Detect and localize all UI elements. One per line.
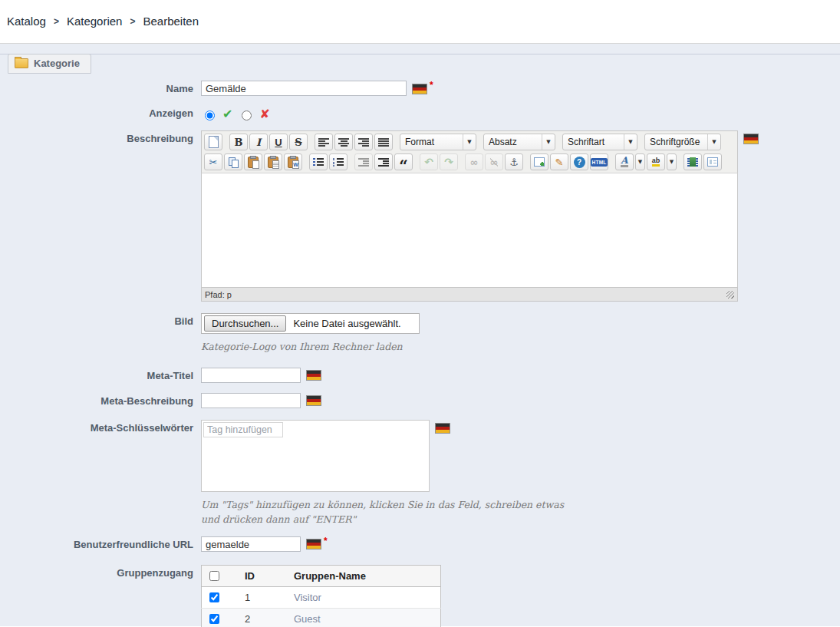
cleanup-button[interactable]: ✎ (550, 153, 568, 170)
paragraph-select[interactable]: Absatz ▼ (483, 134, 555, 150)
insert-media-button[interactable] (684, 153, 702, 170)
breadcrumb-link-katalog[interactable]: Katalog (7, 15, 46, 28)
align-center-button[interactable] (334, 134, 353, 150)
anzeigen-yes-radio[interactable] (205, 111, 215, 120)
group-checkbox-guest[interactable] (209, 614, 219, 624)
gruppenzugang-label: Gruppenzugang (0, 565, 201, 579)
align-right-button[interactable] (354, 134, 373, 150)
unlink-button: ∞ (485, 153, 503, 170)
paste-icon (248, 157, 259, 168)
numbered-list-button[interactable] (329, 153, 348, 170)
no-file-text: Keine Datei ausgewählt. (293, 318, 416, 329)
text-color-icon: A (621, 157, 628, 167)
form-row-anzeigen: Anzeigen ✔ ✘ (0, 105, 840, 121)
breadcrumb: Katalog > Kategorien > Bearbeiten (7, 15, 840, 28)
highlight-color-button[interactable]: ab (647, 153, 665, 170)
align-right-icon (358, 137, 369, 147)
form-row-beschreibung: Beschreibung B I U S (0, 130, 840, 302)
paste-from-word-button[interactable] (284, 153, 302, 170)
new-document-button[interactable] (204, 134, 222, 150)
page-header: Katalog > Kategorien > Bearbeiten (0, 0, 840, 44)
breadcrumb-link-kategorien[interactable]: Kategorien (67, 15, 123, 28)
redo-icon: ↷ (444, 156, 453, 168)
font-family-select[interactable]: Schriftart ▼ (562, 134, 637, 150)
insert-image-button[interactable] (530, 153, 548, 170)
chevron-down-icon: ▼ (707, 134, 720, 150)
paragraph-select-label: Absatz (484, 137, 542, 147)
undo-button: ↶ (420, 153, 438, 170)
anzeigen-no-radio[interactable] (242, 111, 252, 120)
tags-box[interactable] (201, 420, 430, 492)
text-color-dropdown[interactable]: ▼ (635, 153, 645, 170)
browse-button[interactable]: Durchsuchen... (204, 315, 286, 332)
paste-button[interactable] (244, 153, 262, 170)
tab-label: Kategorie (34, 58, 80, 69)
tab-kategorie[interactable]: Kategorie (8, 54, 91, 74)
editor-content[interactable] (201, 173, 738, 287)
url-label: Benutzerfreundliche URL (0, 536, 201, 550)
highlight-color-dropdown[interactable]: ▼ (667, 153, 677, 170)
select-all-checkbox[interactable] (209, 571, 219, 581)
group-checkbox-visitor[interactable] (209, 592, 219, 602)
anchor-icon: ⚓ (509, 157, 519, 168)
blockquote-icon: “ (399, 156, 408, 169)
chevron-down-icon: ▼ (670, 159, 674, 165)
bullet-list-icon (313, 157, 324, 167)
meta-beschreibung-input[interactable] (201, 393, 301, 408)
indent-button[interactable] (374, 153, 393, 170)
group-name: Guest (289, 609, 441, 627)
new-document-icon (209, 136, 219, 148)
group-access-table: ID Gruppen-Name 1 Visitor (201, 565, 441, 627)
name-input[interactable] (201, 81, 407, 96)
copy-button[interactable] (224, 153, 242, 170)
breadcrumb-separator: > (130, 15, 135, 27)
form-row-meta-beschreibung: Meta-Beschreibung (0, 393, 840, 408)
underline-button[interactable]: U (269, 134, 288, 150)
paste-as-text-button[interactable] (264, 153, 282, 170)
format-select[interactable]: Format ▼ (400, 134, 476, 150)
resize-grip[interactable] (726, 291, 734, 299)
form-row-name: Name * (0, 81, 840, 96)
editor-status-bar: Pfad: p (201, 287, 738, 302)
bild-help-text: Kategorie-Logo von Ihrem Rechner laden (201, 340, 403, 355)
strikethrough-button[interactable]: S (289, 134, 308, 150)
seo-url-input[interactable] (201, 536, 301, 552)
html-source-button[interactable]: HTML (590, 153, 608, 170)
cut-button[interactable]: ✂ (204, 153, 222, 170)
cut-icon: ✂ (209, 157, 218, 168)
chevron-down-icon: ▼ (624, 134, 637, 150)
bold-button[interactable]: B (229, 134, 248, 150)
align-justify-button[interactable] (374, 134, 393, 150)
align-left-button[interactable] (315, 134, 333, 150)
visual-blocks-button[interactable] (703, 153, 722, 170)
breadcrumb-current-bearbeiten: Bearbeiten (143, 15, 199, 28)
numbered-list-icon (333, 157, 344, 167)
beschreibung-label: Beschreibung (0, 130, 201, 144)
unlink-icon: ∞ (490, 157, 499, 168)
italic-icon: I (256, 137, 261, 148)
bullet-list-button[interactable] (309, 153, 328, 170)
file-upload-control: Durchsuchen... Keine Datei ausgewählt. (201, 313, 420, 334)
paste-from-word-icon (288, 157, 298, 168)
editor-path-text: Pfad: p (205, 290, 232, 299)
chevron-down-icon: ▼ (638, 159, 642, 165)
text-color-button[interactable]: A (615, 153, 634, 170)
visual-blocks-icon (707, 157, 718, 167)
tab-divider (0, 54, 840, 54)
anchor-button[interactable]: ⚓ (505, 153, 523, 170)
blockquote-button[interactable]: “ (394, 153, 413, 170)
meta-titel-input[interactable] (201, 368, 301, 383)
tag-input[interactable] (203, 422, 283, 437)
column-header-gruppen-name: Gruppen-Name (289, 566, 441, 587)
content-area: Kategorie Name * Anzeigen ✔ ✘ (0, 44, 840, 626)
bold-icon: B (235, 137, 243, 148)
name-label: Name (0, 81, 201, 94)
help-button[interactable]: ? (570, 153, 588, 170)
form-row-gruppenzugang: Gruppenzugang ID Gruppen-Name (0, 565, 840, 627)
outdent-icon (358, 157, 369, 167)
font-size-select[interactable]: Schriftgröße ▼ (644, 134, 721, 150)
insert-link-button: ∞ (465, 153, 483, 170)
german-flag-icon (306, 395, 321, 406)
font-family-select-label: Schriftart (563, 137, 624, 147)
italic-button[interactable]: I (249, 134, 268, 150)
